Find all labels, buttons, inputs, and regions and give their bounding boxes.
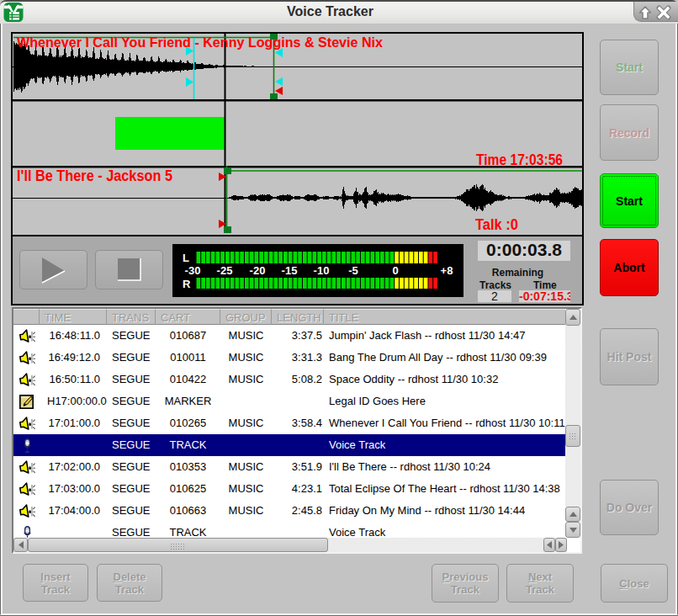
svg-text:-15: -15 (282, 264, 298, 277)
svg-text:-30: -30 (185, 264, 201, 277)
svg-text:0: 0 (392, 264, 398, 277)
svg-text:I'll Be There - Jackson 5: I'll Be There - Jackson 5 (17, 167, 172, 184)
svg-text:Time 17:03:56: Time 17:03:56 (476, 151, 563, 168)
svg-text:-20: -20 (250, 264, 266, 277)
svg-text:Whenever I Call You Friend - K: Whenever I Call You Friend - Kenny Loggi… (17, 35, 384, 50)
svg-text:Talk :0: Talk :0 (475, 216, 518, 233)
svg-text:L: L (183, 252, 189, 264)
svg-text:-10: -10 (314, 264, 330, 277)
svg-text:-5: -5 (348, 264, 358, 277)
svg-text:R: R (183, 278, 191, 290)
svg-text:+8: +8 (441, 264, 453, 277)
svg-text:-25: -25 (217, 264, 233, 277)
